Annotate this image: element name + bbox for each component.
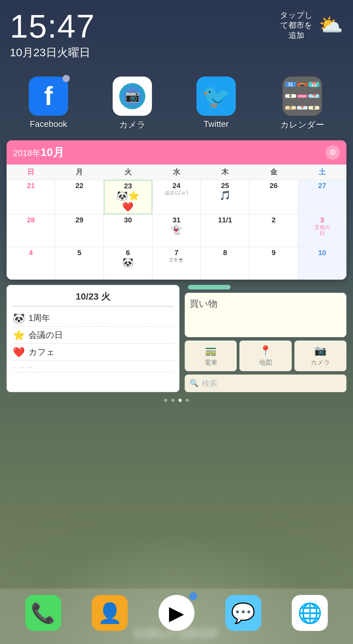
app-camera[interactable]: 📷 カメラ — [113, 77, 152, 131]
cal-day-9: 9 — [251, 249, 296, 257]
cal-cell-25[interactable]: 25 🎵 — [201, 180, 249, 214]
status-bar: 15:47 10月23日火曜日 タップして都市を追加 ⛅ — [0, 0, 353, 63]
action-map[interactable]: 📍 地図 — [239, 340, 291, 371]
event-icon-2: ⭐ — [12, 329, 25, 341]
cal-day-4: 4 — [8, 249, 53, 257]
cal-cell-10[interactable]: 10 — [298, 247, 346, 280]
calendar-header: 2018年10月 ⚙ — [7, 140, 346, 165]
event-icon-3: ❤️ — [12, 346, 25, 358]
train-label: 電車 — [204, 358, 217, 367]
event-2[interactable]: ⭐ 会議の日 — [12, 327, 174, 344]
cal-day-31: 31 — [154, 216, 199, 224]
play-store-icon: ▶ — [169, 601, 184, 624]
weekday-thu: 木 — [201, 165, 249, 180]
dot-3 — [178, 399, 182, 402]
cal-day-3: 3 — [300, 216, 345, 224]
facebook-f-letter: f — [44, 81, 53, 111]
search-placeholder: 検索 — [202, 378, 217, 389]
action-train[interactable]: 🚃 電車 — [185, 340, 237, 371]
cal-cell-111[interactable]: 11/1 — [201, 214, 249, 247]
twitter-icon[interactable]: 🐦 — [196, 77, 236, 116]
cal-day-21: 21 — [8, 182, 53, 190]
action-camera[interactable]: 📷 カメラ — [294, 340, 346, 371]
facebook-icon[interactable]: f — [29, 77, 68, 116]
cal-cell-9[interactable]: 9 — [249, 247, 298, 280]
cal-cell-29[interactable]: 29 — [55, 214, 103, 247]
cal-day-26: 26 — [251, 182, 296, 190]
cal-cell-30[interactable]: 30 — [104, 214, 152, 247]
play-badge — [189, 592, 197, 600]
cal-day-30: 30 — [105, 216, 151, 224]
event-text-3: カフェ — [28, 346, 55, 358]
day-detail-panel: 10/23 火 🐼 1周年 ⭐ 会議の日 ❤️ カフェ － ～ ─: — [7, 285, 179, 392]
cal-day-24: 24 — [154, 182, 199, 190]
calendar-week-2: 28 29 30 31 👻 11/1 2 3 文化の日 — [7, 214, 346, 247]
cal-cell-24[interactable]: 24 ほぽん(´ω`) — [152, 180, 201, 214]
cal-cell-8[interactable]: 8 — [201, 247, 249, 280]
cal-mini-1: 31 — [285, 82, 296, 87]
cal-mini-4: 🗓 — [285, 94, 296, 98]
app-twitter[interactable]: 🐦 Twitter — [196, 77, 236, 131]
dock-messages[interactable]: 💬 — [225, 595, 261, 631]
dock-phone[interactable]: 📞 — [25, 595, 61, 631]
cal-cell-2[interactable]: 2 — [249, 214, 298, 247]
chrome-icon: 🌐 — [298, 601, 322, 625]
memo-green-bar — [188, 285, 231, 289]
cal-cell-6[interactable]: 6 🐼 — [104, 247, 152, 280]
app-facebook[interactable]: f Facebook — [29, 77, 68, 131]
cal-emoji-23b: ❤️ — [106, 201, 150, 213]
cal-day-6: 6 — [105, 249, 151, 257]
page-dots — [0, 399, 353, 402]
cal-cell-21[interactable]: 21 — [7, 180, 55, 214]
phone-icon: 📞 — [31, 601, 55, 625]
cal-day-29: 29 — [57, 216, 102, 224]
cal-day-111: 11/1 — [202, 216, 248, 224]
calendar-settings-button[interactable]: ⚙ — [325, 145, 340, 160]
cal-cell-4[interactable]: 4 — [7, 247, 55, 280]
cal-cell-26[interactable]: 26 — [249, 180, 298, 214]
cal-day-5: 5 — [57, 249, 102, 257]
weekday-sun: 日 — [7, 165, 55, 180]
cal-day-10: 10 — [300, 249, 345, 257]
action-buttons: 🚃 電車 📍 地図 📷 カメラ — [185, 340, 346, 371]
event-3[interactable]: ❤️ カフェ — [12, 344, 174, 361]
cam-action-label: カメラ — [310, 358, 330, 367]
event-icon-1: 🐼 — [12, 312, 25, 324]
dot-2 — [171, 399, 175, 402]
cal-day-7: 7 — [154, 249, 199, 257]
calendar-year: 2018年 — [13, 148, 41, 158]
messages-icon: 💬 — [231, 601, 255, 625]
dock-chrome[interactable]: 🌐 — [292, 595, 328, 631]
cal-cell-23[interactable]: 23 🐼⭐ ❤️ — [104, 180, 152, 214]
dot-1 — [164, 399, 167, 402]
weather-area[interactable]: タップして都市を追加 ⛅ — [277, 10, 343, 41]
cal-day-27: 27 — [300, 182, 345, 190]
cal-cell-7[interactable]: 7 立冬☕ — [152, 247, 201, 280]
dock-contacts[interactable]: 👤 — [92, 595, 128, 631]
app-calendar-folder[interactable]: 31 📸 📅 🗓 2018 📆 🗒 📅 🗓 カレンダー — [280, 77, 324, 131]
event-empty-1: － ～ ─: — [12, 361, 174, 373]
cal-mini-8: 📅 — [297, 106, 308, 110]
cal-day-23: 23 — [106, 182, 150, 190]
search-bar[interactable]: 🔍 検索 — [185, 374, 346, 392]
weekday-sat: 土 — [298, 165, 346, 180]
cal-cell-22[interactable]: 22 — [55, 180, 103, 214]
weekday-tue: 火 — [104, 165, 152, 180]
twitter-bird-icon: 🐦 — [202, 83, 231, 110]
weekday-fri: 金 — [249, 165, 298, 180]
cal-cell-28[interactable]: 28 — [7, 214, 55, 247]
camera-label: カメラ — [119, 119, 146, 131]
cal-mini-5: 2018 — [297, 95, 308, 98]
event-1[interactable]: 🐼 1周年 — [12, 310, 174, 327]
cal-cell-27[interactable]: 27 — [298, 180, 346, 214]
dock-play[interactable]: ▶ — [158, 595, 195, 631]
calendar-folder-icon[interactable]: 31 📸 📅 🗓 2018 📆 🗒 📅 🗓 — [283, 77, 322, 116]
cal-mini-2: 📸 — [297, 83, 308, 86]
cal-cell-3[interactable]: 3 文化の日 — [298, 214, 346, 247]
dock: 📞 👤 ▶ 💬 🌐 — [0, 588, 353, 644]
cal-cell-5[interactable]: 5 — [55, 247, 103, 280]
camera-icon[interactable]: 📷 — [113, 77, 152, 116]
map-icon: 📍 — [259, 345, 271, 356]
cal-cell-31[interactable]: 31 👻 — [152, 214, 201, 247]
calendar-widget: 2018年10月 ⚙ 日 月 火 水 木 金 土 21 22 23 🐼⭐ ❤️ … — [7, 140, 346, 280]
